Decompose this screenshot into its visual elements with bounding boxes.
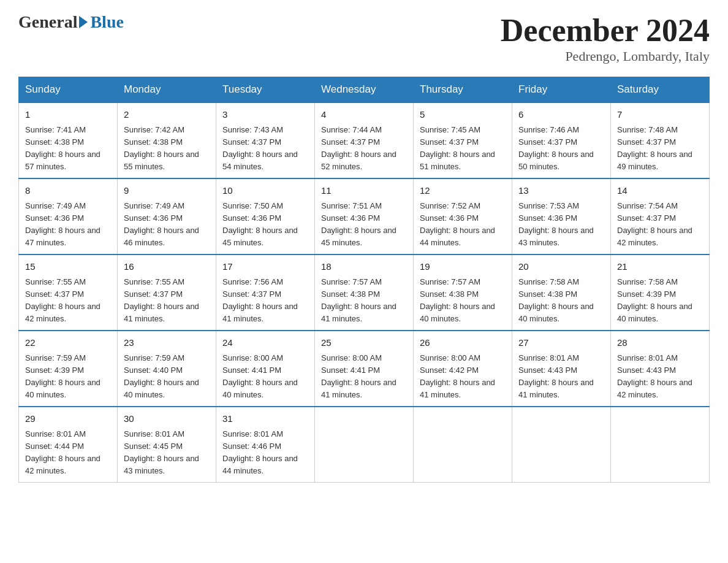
day-number: 4 [321,108,407,122]
day-info: Sunrise: 8:01 AMSunset: 4:45 PMDaylight:… [124,428,210,478]
month-title: December 2024 [501,12,710,48]
day-info: Sunrise: 8:01 AMSunset: 4:43 PMDaylight:… [617,352,703,402]
day-info: Sunrise: 7:46 AMSunset: 4:37 PMDaylight:… [518,124,604,174]
calendar-cell [414,407,512,483]
day-number: 5 [420,108,506,122]
title-block: December 2024 Pedrengo, Lombardy, Italy [501,12,710,64]
day-number: 12 [420,184,506,198]
day-number: 2 [124,108,210,122]
calendar-header-row: SundayMondayTuesdayWednesdayThursdayFrid… [19,77,710,103]
calendar-cell: 6Sunrise: 7:46 AMSunset: 4:37 PMDaylight… [512,102,611,178]
day-info: Sunrise: 7:58 AMSunset: 4:39 PMDaylight:… [617,276,703,326]
day-info: Sunrise: 7:55 AMSunset: 4:37 PMDaylight:… [25,276,111,326]
day-number: 6 [518,108,604,122]
day-number: 19 [420,260,506,274]
logo-top: General Blue [18,12,124,32]
day-number: 27 [518,336,604,350]
calendar-cell: 1Sunrise: 7:41 AMSunset: 4:38 PMDaylight… [19,102,118,178]
calendar-cell: 10Sunrise: 7:50 AMSunset: 4:36 PMDayligh… [216,178,315,255]
day-number: 8 [25,184,111,198]
day-number: 24 [222,336,308,350]
day-number: 28 [617,336,703,350]
logo: General Blue [18,12,124,32]
day-info: Sunrise: 7:57 AMSunset: 4:38 PMDaylight:… [420,276,506,326]
calendar-col-friday: Friday [512,77,611,103]
day-number: 1 [25,108,111,122]
calendar-cell: 2Sunrise: 7:42 AMSunset: 4:38 PMDaylight… [118,102,216,178]
day-info: Sunrise: 7:48 AMSunset: 4:37 PMDaylight:… [617,124,703,174]
calendar-col-tuesday: Tuesday [216,77,315,103]
calendar-cell: 3Sunrise: 7:43 AMSunset: 4:37 PMDaylight… [216,102,315,178]
logo-triangle-icon [79,16,88,28]
calendar-cell: 19Sunrise: 7:57 AMSunset: 4:38 PMDayligh… [414,255,512,331]
day-info: Sunrise: 7:43 AMSunset: 4:37 PMDaylight:… [222,124,308,174]
calendar-cell: 5Sunrise: 7:45 AMSunset: 4:37 PMDaylight… [414,102,512,178]
day-info: Sunrise: 8:00 AMSunset: 4:41 PMDaylight:… [222,352,308,402]
day-number: 10 [222,184,308,198]
day-number: 22 [25,336,111,350]
calendar-cell: 7Sunrise: 7:48 AMSunset: 4:37 PMDaylight… [611,102,710,178]
calendar-week-row: 8Sunrise: 7:49 AMSunset: 4:36 PMDaylight… [19,178,710,255]
page-header: General Blue December 2024 Pedrengo, Lom… [18,12,710,64]
day-number: 26 [420,336,506,350]
day-number: 20 [518,260,604,274]
day-info: Sunrise: 7:58 AMSunset: 4:38 PMDaylight:… [518,276,604,326]
day-info: Sunrise: 8:00 AMSunset: 4:42 PMDaylight:… [420,352,506,402]
day-info: Sunrise: 7:57 AMSunset: 4:38 PMDaylight:… [321,276,407,326]
day-number: 29 [25,412,111,426]
calendar-cell [315,407,414,483]
calendar-cell: 28Sunrise: 8:01 AMSunset: 4:43 PMDayligh… [611,331,710,407]
calendar-cell: 18Sunrise: 7:57 AMSunset: 4:38 PMDayligh… [315,255,414,331]
day-info: Sunrise: 7:59 AMSunset: 4:40 PMDaylight:… [124,352,210,402]
day-number: 30 [124,412,210,426]
day-number: 25 [321,336,407,350]
calendar-cell [512,407,611,483]
day-number: 7 [617,108,703,122]
day-info: Sunrise: 8:00 AMSunset: 4:41 PMDaylight:… [321,352,407,402]
calendar-cell: 12Sunrise: 7:52 AMSunset: 4:36 PMDayligh… [414,178,512,255]
day-number: 3 [222,108,308,122]
calendar-cell: 15Sunrise: 7:55 AMSunset: 4:37 PMDayligh… [19,255,118,331]
calendar-cell: 21Sunrise: 7:58 AMSunset: 4:39 PMDayligh… [611,255,710,331]
calendar-col-wednesday: Wednesday [315,77,414,103]
day-number: 21 [617,260,703,274]
calendar-cell: 16Sunrise: 7:55 AMSunset: 4:37 PMDayligh… [118,255,216,331]
calendar-col-thursday: Thursday [414,77,512,103]
day-info: Sunrise: 7:56 AMSunset: 4:37 PMDaylight:… [222,276,308,326]
location-subtitle: Pedrengo, Lombardy, Italy [501,48,710,64]
calendar-cell: 26Sunrise: 8:00 AMSunset: 4:42 PMDayligh… [414,331,512,407]
calendar-table: SundayMondayTuesdayWednesdayThursdayFrid… [18,77,710,483]
calendar-cell: 13Sunrise: 7:53 AMSunset: 4:36 PMDayligh… [512,178,611,255]
calendar-col-saturday: Saturday [611,77,710,103]
logo-general-text: General [18,12,77,32]
calendar-cell: 14Sunrise: 7:54 AMSunset: 4:37 PMDayligh… [611,178,710,255]
day-number: 14 [617,184,703,198]
day-info: Sunrise: 7:41 AMSunset: 4:38 PMDaylight:… [25,124,111,174]
calendar-cell: 24Sunrise: 8:00 AMSunset: 4:41 PMDayligh… [216,331,315,407]
calendar-cell: 29Sunrise: 8:01 AMSunset: 4:44 PMDayligh… [19,407,118,483]
day-info: Sunrise: 8:01 AMSunset: 4:46 PMDaylight:… [222,428,308,478]
calendar-week-row: 15Sunrise: 7:55 AMSunset: 4:37 PMDayligh… [19,255,710,331]
day-info: Sunrise: 7:49 AMSunset: 4:36 PMDaylight:… [124,200,210,250]
calendar-cell: 30Sunrise: 8:01 AMSunset: 4:45 PMDayligh… [118,407,216,483]
day-info: Sunrise: 7:49 AMSunset: 4:36 PMDaylight:… [25,200,111,250]
day-number: 13 [518,184,604,198]
day-number: 11 [321,184,407,198]
calendar-cell: 4Sunrise: 7:44 AMSunset: 4:37 PMDaylight… [315,102,414,178]
day-number: 17 [222,260,308,274]
calendar-col-monday: Monday [118,77,216,103]
day-info: Sunrise: 7:44 AMSunset: 4:37 PMDaylight:… [321,124,407,174]
logo-blue-text: Blue [90,12,123,32]
day-info: Sunrise: 7:55 AMSunset: 4:37 PMDaylight:… [124,276,210,326]
calendar-cell [611,407,710,483]
calendar-week-row: 22Sunrise: 7:59 AMSunset: 4:39 PMDayligh… [19,331,710,407]
day-info: Sunrise: 7:42 AMSunset: 4:38 PMDaylight:… [124,124,210,174]
day-info: Sunrise: 7:45 AMSunset: 4:37 PMDaylight:… [420,124,506,174]
calendar-cell: 27Sunrise: 8:01 AMSunset: 4:43 PMDayligh… [512,331,611,407]
calendar-cell: 31Sunrise: 8:01 AMSunset: 4:46 PMDayligh… [216,407,315,483]
calendar-week-row: 1Sunrise: 7:41 AMSunset: 4:38 PMDaylight… [19,102,710,178]
day-info: Sunrise: 7:51 AMSunset: 4:36 PMDaylight:… [321,200,407,250]
day-info: Sunrise: 8:01 AMSunset: 4:44 PMDaylight:… [25,428,111,478]
calendar-cell: 11Sunrise: 7:51 AMSunset: 4:36 PMDayligh… [315,178,414,255]
day-info: Sunrise: 7:59 AMSunset: 4:39 PMDaylight:… [25,352,111,402]
